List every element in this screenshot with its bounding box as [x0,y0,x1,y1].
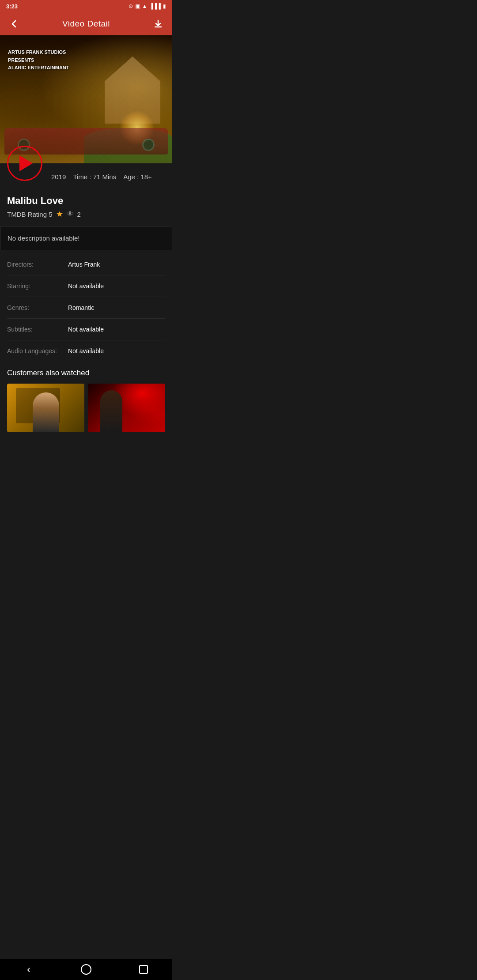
description-text: No description available! [8,234,80,242]
customers-section: Customers also watched [0,362,172,436]
studio-line1: ARTUS FRANK STUDIOS [8,49,69,57]
movie-title: Malibu Love [7,195,165,207]
battery-icon: ▮ [163,3,166,9]
hero-image: ARTUS FRANK STUDIOS PRESENTS ALARIC ENTE… [0,35,172,163]
genres-value: Romantic [68,304,94,311]
starring-label: Starring: [7,283,64,290]
thumb-figure-2 [100,390,122,432]
page-title: Video Detail [62,19,110,29]
recommendation-card-2[interactable] [88,384,165,432]
audio-label: Audio Languages: [7,347,64,354]
car-wheel-right [142,139,155,151]
studio-line3: ALARIC ENTERTAINMANT [8,64,69,72]
starring-row: Starring: Not available [7,275,165,297]
download-button[interactable] [151,17,165,31]
directors-label: Directors: [7,261,64,268]
signal-icon: ▐▐▐ [149,3,161,9]
wifi-icon: ▲ [142,3,148,9]
thumb-figure-1 [33,392,59,432]
directors-value: Artus Frank [68,261,100,268]
blood-splash [88,384,165,432]
studio-text: ARTUS FRANK STUDIOS PRESENTS ALARIC ENTE… [8,49,69,72]
audio-row: Audio Languages: Not available [7,340,165,362]
customers-title: Customers also watched [7,369,165,377]
subtitles-row: Subtitles: Not available [7,319,165,340]
star-icon: ★ [56,209,63,219]
notification-icon: ⊙ [129,3,133,9]
eye-icon: 👁 [67,210,74,218]
genres-row: Genres: Romantic [7,297,165,319]
starring-value: Not available [68,283,104,290]
meta-info: 2019 Time : 71 Mins Age : 18+ [51,173,152,181]
release-year: 2019 [51,173,66,181]
app-header: Video Detail [0,12,172,35]
movie-info-section: Malibu Love TMDB Rating 5 ★ 👁 2 [0,190,172,222]
subtitles-label: Subtitles: [7,326,64,333]
customers-grid [7,384,165,432]
age-rating: Age : 18+ [123,173,152,181]
runtime: Time : 71 Mins [73,173,116,181]
status-time: 3:23 [6,3,18,10]
recommendation-card-1[interactable] [7,384,84,432]
details-section: Directors: Artus Frank Starring: Not ava… [0,254,172,362]
back-button[interactable] [7,17,21,31]
tmdb-rating-label: TMDB Rating 5 [7,211,53,218]
subtitles-value: Not available [68,326,104,333]
status-bar: 3:23 ⊙ ▣ ▲ ▐▐▐ ▮ [0,0,172,12]
audio-value: Not available [68,347,104,354]
status-icons: ⊙ ▣ ▲ ▐▐▐ ▮ [129,3,166,9]
view-count: 2 [77,211,81,218]
play-meta-row: 2019 Time : 71 Mins Age : 18+ [0,163,172,190]
studio-line2: PRESENTS [8,57,69,64]
play-button[interactable] [7,146,42,181]
directors-row: Directors: Artus Frank [7,254,165,275]
rating-row: TMDB Rating 5 ★ 👁 2 [7,209,165,219]
sim-icon: ▣ [135,3,140,9]
genres-label: Genres: [7,304,64,311]
description-box: No description available! [0,226,172,250]
